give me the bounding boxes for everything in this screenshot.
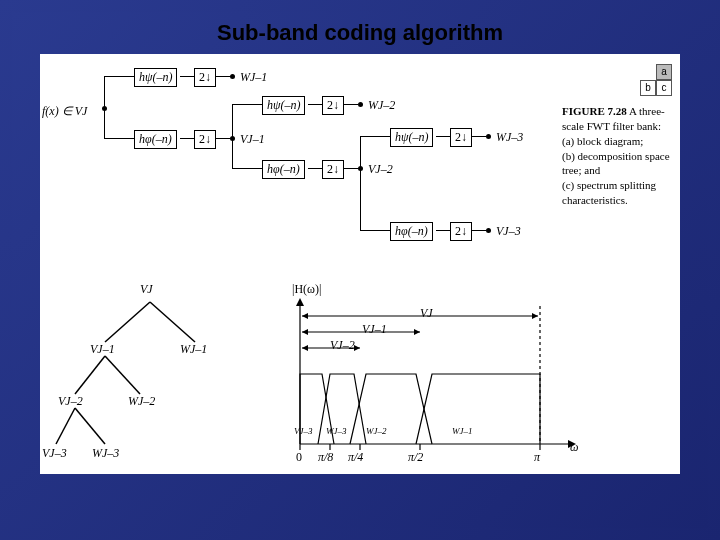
tree-vj1: VJ–1 (90, 342, 115, 357)
grid-b: b (640, 80, 656, 96)
wire (180, 76, 194, 77)
down-box-2a: 2↓ (322, 96, 344, 115)
span-vj1: VJ–1 (362, 322, 387, 337)
figure-grid: a bc (640, 64, 672, 96)
band-wj2: WJ–2 (366, 426, 387, 436)
out-vj3: VJ–3 (496, 224, 521, 239)
hpsi-box-3: hψ(–n) (390, 128, 433, 147)
down-box-1a: 2↓ (194, 68, 216, 87)
wire (472, 230, 486, 231)
xlabel: ω (570, 440, 578, 455)
band-vj3: VJ–3 (294, 426, 313, 436)
tick-0: 0 (296, 450, 302, 465)
node-dot (486, 134, 491, 139)
figure-part-b: (b) decomposition space tree; and (562, 150, 670, 177)
svg-line-2 (75, 356, 105, 394)
out-wj3: WJ–3 (496, 130, 523, 145)
span-vj2: VJ–2 (330, 338, 355, 353)
tick-pi2: π/2 (408, 450, 423, 465)
span-vj: VJ (420, 306, 433, 321)
tree-root: VJ (140, 282, 153, 297)
wire (216, 138, 230, 139)
svg-line-4 (56, 408, 75, 444)
tick-pi4: π/4 (348, 450, 363, 465)
node-dot (358, 102, 363, 107)
tick-pi8: π/8 (318, 450, 333, 465)
tree-vj2: VJ–2 (58, 394, 83, 409)
tick-pi: π (534, 450, 540, 465)
wire (344, 168, 358, 169)
wire (308, 168, 322, 169)
wire (308, 104, 322, 105)
figure-part-a: (a) block diagram; (562, 135, 643, 147)
wire (232, 168, 262, 169)
input-label: f(x) ∈ VJ (42, 104, 87, 119)
node-dot (486, 228, 491, 233)
svg-marker-8 (296, 298, 304, 306)
tree-wj1: WJ–1 (180, 342, 207, 357)
svg-marker-23 (354, 345, 360, 351)
hphi-box-3: hφ(–n) (390, 222, 433, 241)
svg-line-3 (105, 356, 140, 394)
hpsi-box-1: hψ(–n) (134, 68, 177, 87)
slide-inner: Sub-band coding algorithm f(x) ∈ VJ hψ(–… (12, 12, 708, 528)
wire (104, 76, 105, 138)
grid-a: a (656, 64, 672, 80)
svg-marker-20 (414, 329, 420, 335)
wire (360, 136, 390, 137)
diagram-canvas: f(x) ∈ VJ hψ(–n) 2↓ WJ–1 hφ(–n) 2↓ VJ–1 (40, 54, 680, 474)
wire (360, 136, 361, 230)
hpsi-box-2: hψ(–n) (262, 96, 305, 115)
wire (472, 136, 486, 137)
wire (216, 76, 230, 77)
tree-wj2: WJ–2 (128, 394, 155, 409)
hphi-box-2: hφ(–n) (262, 160, 305, 179)
subspace-tree (50, 284, 250, 464)
down-box-1b: 2↓ (194, 130, 216, 149)
out-vj1: VJ–1 (240, 132, 265, 147)
figure-part-c: (c) spectrum splitting characteristics. (562, 179, 656, 206)
wire (344, 104, 358, 105)
slide-title: Sub-band coding algorithm (12, 12, 708, 50)
svg-line-1 (150, 302, 195, 342)
out-wj2: WJ–2 (368, 98, 395, 113)
down-box-3a: 2↓ (450, 128, 472, 147)
wire (436, 136, 450, 137)
svg-marker-18 (302, 313, 308, 319)
svg-marker-17 (532, 313, 538, 319)
spectrum-plot (270, 294, 580, 474)
out-wj1: WJ–1 (240, 70, 267, 85)
wire (360, 230, 390, 231)
out-vj2: VJ–2 (368, 162, 393, 177)
wire (104, 138, 134, 139)
slide-frame: Sub-band coding algorithm f(x) ∈ VJ hψ(–… (0, 0, 720, 540)
figure-caption: FIGURE 7.28 A three-scale FWT filter ban… (562, 104, 674, 208)
grid-c: c (656, 80, 672, 96)
wire (232, 104, 262, 105)
wire (436, 230, 450, 231)
wire (180, 138, 194, 139)
svg-marker-24 (302, 345, 308, 351)
figure-number: FIGURE 7.28 (562, 105, 627, 117)
tree-wj3: WJ–3 (92, 446, 119, 461)
wire (232, 104, 233, 168)
down-box-3b: 2↓ (450, 222, 472, 241)
band-wj1: WJ–1 (452, 426, 473, 436)
tree-vj3: VJ–3 (42, 446, 67, 461)
hphi-box-1: hφ(–n) (134, 130, 177, 149)
down-box-2b: 2↓ (322, 160, 344, 179)
svg-marker-21 (302, 329, 308, 335)
band-wj3: WJ–3 (326, 426, 347, 436)
node-dot (230, 74, 235, 79)
wire (104, 76, 134, 77)
svg-line-0 (105, 302, 150, 342)
svg-line-5 (75, 408, 105, 444)
